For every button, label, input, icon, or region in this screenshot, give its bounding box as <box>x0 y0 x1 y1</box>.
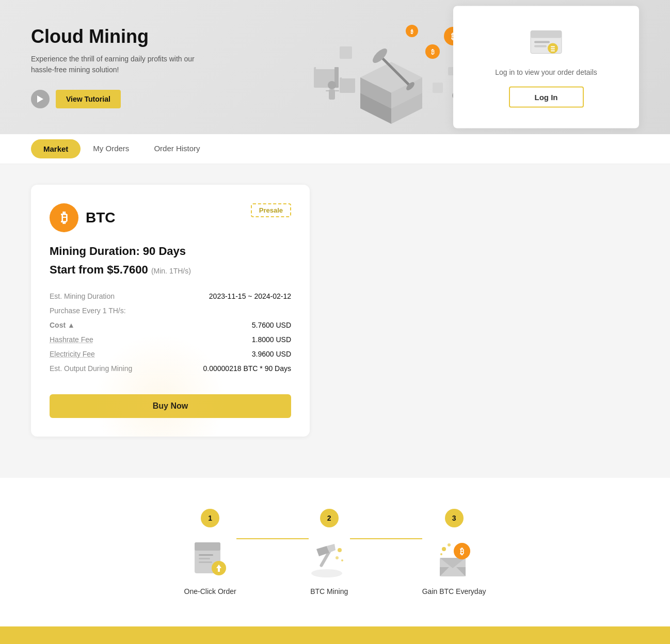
electricity-fee-value: 3.9600 USD <box>182 347 291 361</box>
step-2-icon <box>309 540 350 581</box>
cost-value: 5.7600 USD <box>182 318 291 332</box>
details-table: Est. Mining Duration 2023-11-15 ~ 2024-0… <box>50 289 291 376</box>
cost-label: Cost ▲ <box>50 318 182 332</box>
steps-row: 1 One-Click Order 2 <box>31 509 639 595</box>
hashrate-fee-value: 1.8000 USD <box>182 332 291 347</box>
svg-text:₿: ₿ <box>410 29 413 35</box>
est-duration-row: Est. Mining Duration 2023-11-15 ~ 2024-0… <box>50 289 291 303</box>
step-1: 1 One-Click Order <box>184 509 236 595</box>
step-connector-2-3 <box>350 538 422 539</box>
cost-row: Cost ▲ 5.7600 USD <box>50 318 291 332</box>
play-button[interactable] <box>31 90 50 108</box>
svg-rect-42 <box>199 561 212 563</box>
btc-coin-icon: ₿ <box>50 203 78 232</box>
tab-market[interactable]: Market <box>31 139 81 158</box>
electricity-fee-label: Electricity Fee <box>50 347 182 361</box>
hero-illustration: ₿ ₿ ₿ <box>309 0 474 134</box>
play-icon <box>37 95 43 103</box>
svg-point-48 <box>338 548 342 552</box>
btc-name: BTC <box>86 210 116 226</box>
svg-point-50 <box>341 559 343 561</box>
step-connector-1-2 <box>236 538 309 539</box>
gain-btc-icon: ₿ <box>434 540 475 581</box>
hero-content: Cloud Mining Experience the thrill of ea… <box>31 26 196 108</box>
bottom-bar <box>0 626 670 644</box>
svg-rect-39 <box>195 542 220 551</box>
step-1-icon <box>189 540 231 581</box>
main-content: ₿ BTC Presale Mining Duration: 90 Days S… <box>0 164 670 457</box>
svg-rect-36 <box>551 49 555 50</box>
svg-point-49 <box>336 556 339 559</box>
step-1-number-row: 1 <box>201 509 219 536</box>
login-card-text: Log in to view your order details <box>479 68 613 76</box>
presale-badge: Presale <box>251 203 291 217</box>
svg-rect-5 <box>342 75 357 78</box>
est-duration-value: 2023-11-15 ~ 2024-02-12 <box>182 289 291 303</box>
mining-illustration: ₿ ₿ ₿ <box>309 5 474 129</box>
svg-rect-41 <box>199 558 210 559</box>
hero-subtitle: Experience the thrill of earning daily p… <box>31 54 196 75</box>
order-details-icon <box>528 27 564 58</box>
login-button[interactable]: Log In <box>509 87 584 108</box>
step-3-icon: ₿ <box>434 540 475 581</box>
hero-title: Cloud Mining <box>31 26 196 47</box>
hero-section: Cloud Mining Experience the thrill of ea… <box>0 0 670 134</box>
view-tutorial-button[interactable]: View Tutorial <box>56 90 121 108</box>
step-3-number-row: 3 <box>445 509 464 536</box>
start-from-price: Start from $5.7600 <box>50 263 148 276</box>
btc-mining-icon <box>309 540 350 581</box>
svg-point-59 <box>448 543 451 546</box>
svg-rect-2 <box>316 65 337 69</box>
mining-card: ₿ BTC Presale Mining Duration: 90 Days S… <box>31 185 310 437</box>
svg-rect-31 <box>531 31 562 38</box>
tab-order-history[interactable]: Order History <box>141 134 212 164</box>
step-3-number: 3 <box>445 509 464 527</box>
electricity-fee-row: Electricity Fee 3.9600 USD <box>50 347 291 361</box>
one-click-order-icon <box>189 540 231 581</box>
svg-text:₿: ₿ <box>431 49 435 56</box>
steps-section: 1 One-Click Order 2 <box>0 478 670 626</box>
login-card-icon <box>479 27 613 60</box>
svg-rect-32 <box>534 41 550 43</box>
buy-now-button[interactable]: Buy Now <box>50 394 291 418</box>
hero-actions: View Tutorial <box>31 90 196 108</box>
step-2-number: 2 <box>320 509 339 527</box>
step-1-number: 1 <box>201 509 219 527</box>
est-output-value: 0.00000218 BTC * 90 Days <box>182 361 291 376</box>
est-output-label: Est. Output During Mining <box>50 361 182 376</box>
svg-rect-21 <box>433 83 443 93</box>
step-3-label: Gain BTC Everyday <box>422 587 486 595</box>
min-purchase: (Min. 1TH/s) <box>151 267 191 275</box>
start-from: Start from $5.7600 (Min. 1TH/s) <box>50 263 291 277</box>
tabs-container: Market My Orders Order History <box>31 134 639 164</box>
svg-rect-4 <box>340 77 355 93</box>
tabs-section: Market My Orders Order History <box>0 134 670 164</box>
hashrate-fee-row: Hashrate Fee 1.8000 USD <box>50 332 291 347</box>
purchase-label: Purchase Every 1 TH/s: <box>50 303 182 318</box>
svg-point-24 <box>328 81 336 89</box>
svg-text:₿: ₿ <box>460 547 464 556</box>
step-1-label: One-Click Order <box>184 587 236 595</box>
purchase-row: Purchase Every 1 TH/s: <box>50 303 291 318</box>
svg-point-58 <box>442 547 446 551</box>
step-2: 2 BTC Mining <box>309 509 350 595</box>
est-duration-label: Est. Mining Duration <box>50 289 182 303</box>
login-card: Log in to view your order details Log In <box>453 6 639 128</box>
hashrate-fee-label: Hashrate Fee <box>50 332 182 347</box>
svg-rect-37 <box>551 51 555 52</box>
svg-rect-26 <box>326 90 330 91</box>
mining-duration: Mining Duration: 90 Days <box>50 245 291 258</box>
svg-point-51 <box>311 569 342 577</box>
svg-rect-35 <box>551 46 555 47</box>
purchase-value <box>182 303 291 318</box>
est-output-row: Est. Output During Mining 0.00000218 BTC… <box>50 361 291 376</box>
tab-my-orders[interactable]: My Orders <box>81 134 141 164</box>
step-2-label: BTC Mining <box>310 587 348 595</box>
svg-marker-0 <box>37 95 43 103</box>
svg-point-60 <box>440 553 442 555</box>
svg-rect-23 <box>340 46 352 59</box>
svg-rect-33 <box>534 45 547 47</box>
step-2-number-row: 2 <box>320 509 339 536</box>
svg-rect-40 <box>199 554 213 556</box>
svg-rect-27 <box>335 90 339 91</box>
